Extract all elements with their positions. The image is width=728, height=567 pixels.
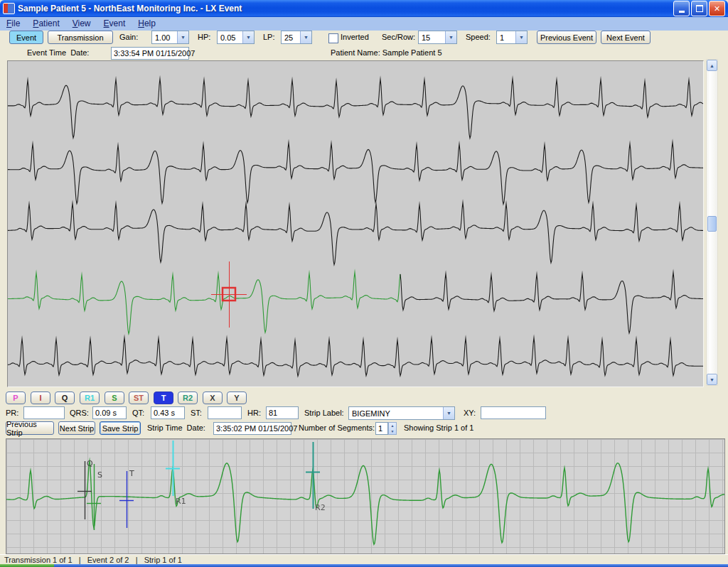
gain-value: 1.00 bbox=[152, 33, 177, 42]
next-event-button[interactable]: Next Event bbox=[601, 31, 651, 44]
inverted-label: Inverted bbox=[341, 33, 369, 41]
spinner-down-icon[interactable]: ▼ bbox=[389, 428, 396, 434]
pr-field[interactable] bbox=[23, 406, 65, 419]
event-time-label: Event Time Date: bbox=[27, 48, 89, 57]
showing-strip-label: Showing Strip 1 of 1 bbox=[404, 423, 473, 432]
strip-label-label: Strip Label: bbox=[304, 409, 344, 417]
chevron-down-icon[interactable]: ▼ bbox=[300, 31, 311, 43]
save-strip-button[interactable]: Save Strip bbox=[100, 421, 141, 435]
menu-help[interactable]: Help bbox=[132, 17, 162, 31]
ecg-event-view[interactable] bbox=[7, 60, 704, 387]
chevron-down-icon[interactable]: ▼ bbox=[242, 31, 254, 43]
scroll-up-icon: ▲ bbox=[710, 63, 714, 68]
marker-button-x[interactable]: X bbox=[203, 392, 223, 404]
strip-time-label: Strip Time Date: bbox=[147, 423, 205, 432]
marker-button-q[interactable]: Q bbox=[55, 392, 75, 404]
measurement-row: PR: QRS: 0.09 s QT: 0.43 s ST: HR: 81 St… bbox=[0, 406, 728, 421]
sec-row-label: Sec/Row: bbox=[382, 33, 415, 41]
transmission-view-button[interactable]: Transmission bbox=[48, 31, 113, 44]
event-time-field[interactable]: 3:33:54 PM 01/15/2007 bbox=[111, 47, 189, 60]
chevron-down-icon[interactable]: ▼ bbox=[515, 31, 527, 43]
chevron-down-icon[interactable]: ▼ bbox=[445, 31, 456, 43]
chevron-down-icon[interactable]: ▼ bbox=[443, 407, 454, 419]
qrs-field[interactable]: 0.09 s bbox=[92, 406, 127, 419]
marker-button-y[interactable]: Y bbox=[227, 392, 247, 404]
menu-file[interactable]: File bbox=[0, 17, 26, 31]
start-button-edge bbox=[0, 564, 54, 567]
status-bar: Transmission 1 of 1 | Event 2 of 2 | Str… bbox=[0, 554, 728, 564]
ecg-scrollbar[interactable]: ▲ ▼ bbox=[706, 59, 718, 386]
qt-field[interactable]: 0.43 s bbox=[151, 406, 185, 419]
gain-label: Gain: bbox=[119, 33, 138, 41]
chevron-down-icon[interactable]: ▼ bbox=[177, 31, 188, 43]
segments-spinner-arrows[interactable]: ▲ ▼ bbox=[388, 422, 397, 435]
taskbar-edge bbox=[0, 564, 728, 567]
hr-label: HR: bbox=[247, 409, 261, 417]
marker-button-i[interactable]: I bbox=[31, 392, 50, 404]
hp-select[interactable]: 0.05 ▼ bbox=[217, 31, 255, 44]
gain-select[interactable]: 1.00 ▼ bbox=[151, 31, 189, 44]
segments-label: Number of Segments: bbox=[299, 423, 375, 432]
menu-view[interactable]: View bbox=[66, 17, 97, 31]
previous-event-button[interactable]: Previous Event bbox=[537, 31, 596, 44]
strip-waveform-canvas[interactable] bbox=[6, 439, 724, 554]
sec-row-value: 15 bbox=[419, 33, 445, 42]
hp-label: HP: bbox=[198, 33, 210, 41]
title-bar: Sample Patient 5 - NorthEast Monitoring … bbox=[0, 0, 728, 17]
event-view-button[interactable]: Event bbox=[9, 31, 43, 44]
lp-label: LP: bbox=[263, 33, 275, 41]
next-strip-button[interactable]: Next Strip bbox=[58, 421, 95, 435]
st-field[interactable] bbox=[208, 406, 242, 419]
strip-view[interactable] bbox=[6, 438, 725, 554]
qrs-label: QRS: bbox=[70, 409, 89, 417]
toolbar: Event Transmission Gain: 1.00 ▼ HP: 0.05… bbox=[0, 31, 728, 46]
speed-label: Speed: bbox=[466, 33, 491, 41]
close-icon: ✕ bbox=[714, 4, 720, 14]
hr-field[interactable]: 81 bbox=[266, 406, 299, 419]
strip-time-field[interactable]: 3:35:02 PM 01/15/2007 bbox=[213, 422, 291, 435]
qt-label: QT: bbox=[132, 409, 144, 417]
restore-button[interactable] bbox=[691, 1, 707, 16]
event-info-bar: Event Time Date: 3:33:54 PM 01/15/2007 P… bbox=[0, 46, 728, 60]
pr-label: PR: bbox=[6, 409, 18, 417]
close-button[interactable]: ✕ bbox=[709, 1, 725, 16]
menu-patient[interactable]: Patient bbox=[26, 17, 65, 31]
sec-row-select[interactable]: 15 ▼ bbox=[418, 31, 457, 44]
marker-button-r1[interactable]: R1 bbox=[80, 392, 100, 404]
menu-event[interactable]: Event bbox=[97, 17, 132, 31]
patient-name-label: Patient Name: Sample Patient 5 bbox=[331, 48, 442, 57]
lx-event-window: Sample Patient 5 - NorthEast Monitoring … bbox=[0, 0, 728, 567]
marker-button-t[interactable]: T bbox=[154, 392, 173, 404]
marker-button-row: P I Q R1 S ST T R2 X Y bbox=[0, 392, 728, 405]
hp-value: 0.05 bbox=[218, 33, 242, 42]
xy-label: XY: bbox=[464, 409, 476, 417]
scroll-up-button[interactable]: ▲ bbox=[707, 60, 717, 71]
scroll-down-icon: ▼ bbox=[710, 377, 714, 382]
spinner-up-icon[interactable]: ▲ bbox=[389, 423, 396, 428]
scroll-thumb[interactable] bbox=[707, 216, 717, 232]
strip-control-row: Previous Strip Next Strip Save Strip Str… bbox=[0, 421, 728, 436]
lp-value: 25 bbox=[282, 33, 300, 42]
segments-spinner[interactable]: 1 bbox=[375, 422, 388, 435]
inverted-checkbox[interactable] bbox=[328, 33, 338, 43]
strip-label-select[interactable]: BIGEMINY ▼ bbox=[348, 406, 455, 420]
marker-button-s[interactable]: S bbox=[105, 392, 124, 404]
previous-strip-button[interactable]: Previous Strip bbox=[6, 421, 54, 435]
speed-value: 1 bbox=[497, 33, 515, 42]
ecg-waveform-canvas[interactable] bbox=[8, 61, 703, 387]
marker-button-r2[interactable]: R2 bbox=[178, 392, 198, 404]
restore-icon bbox=[696, 5, 703, 12]
scroll-down-button[interactable]: ▼ bbox=[707, 374, 717, 385]
window-title: Sample Patient 5 - NorthEast Monitoring … bbox=[18, 4, 673, 14]
xy-field[interactable] bbox=[481, 406, 546, 419]
app-icon bbox=[3, 3, 15, 14]
st-label: ST: bbox=[191, 409, 202, 417]
strip-label-value: BIGEMINY bbox=[349, 409, 443, 418]
menu-bar: File Patient View Event Help bbox=[0, 17, 728, 31]
speed-select[interactable]: 1 ▼ bbox=[496, 31, 528, 44]
marker-button-p[interactable]: P bbox=[6, 392, 26, 404]
marker-button-st[interactable]: ST bbox=[129, 392, 149, 404]
minimize-icon bbox=[679, 11, 685, 13]
minimize-button[interactable] bbox=[673, 1, 690, 16]
lp-select[interactable]: 25 ▼ bbox=[281, 31, 312, 44]
